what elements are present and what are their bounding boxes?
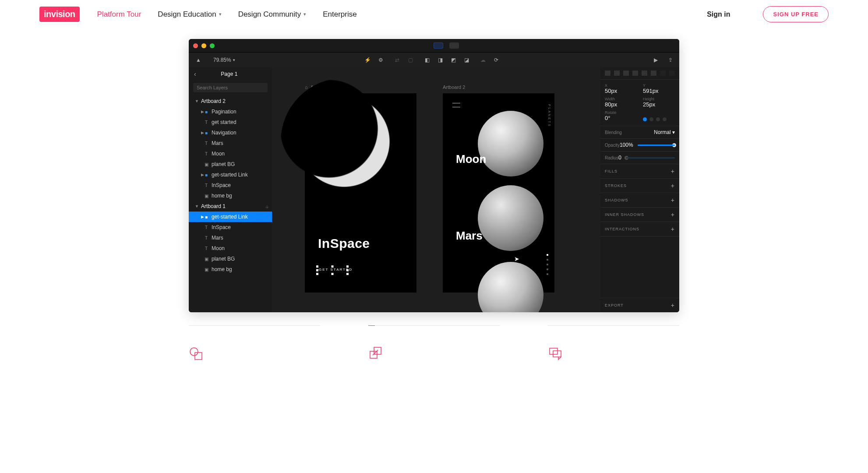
blending-row[interactable]: Blending Normal ▾ xyxy=(600,126,679,139)
layer-inspace[interactable]: TInSpace xyxy=(189,180,272,191)
mars-label: Mars xyxy=(456,229,483,243)
x-value[interactable]: 50px xyxy=(605,88,637,94)
section-label: FILLS xyxy=(605,169,617,173)
layer-artboard-1[interactable]: ▼Artboard 1⌂ xyxy=(189,201,272,212)
rotate-value[interactable]: 0° xyxy=(605,115,637,121)
bolt-icon[interactable]: ⚡ xyxy=(363,56,372,64)
link-icon[interactable]: ⇄ xyxy=(393,56,402,64)
field-key: X xyxy=(605,83,637,88)
layer-artboard-2[interactable]: ▼Artboard 2 xyxy=(189,96,272,106)
layer-moon-1[interactable]: TMoon xyxy=(189,243,272,254)
close-icon[interactable] xyxy=(193,43,198,48)
width-value[interactable]: 80px xyxy=(605,101,637,108)
nav-enterprise[interactable]: Enterprise xyxy=(323,10,356,19)
strokes-section[interactable]: STROKES+ xyxy=(600,179,679,193)
layer-mars[interactable]: TMars xyxy=(189,138,272,148)
plus-icon[interactable]: + xyxy=(671,182,675,189)
align-center-icon[interactable] xyxy=(614,71,620,76)
layer-planet-bg[interactable]: ▣planet BG xyxy=(189,159,272,169)
text-icon: T xyxy=(204,236,209,240)
crop-icon[interactable]: ▢ xyxy=(406,56,415,64)
gear-icon[interactable]: ⚙ xyxy=(376,56,385,64)
pointer-tool-icon[interactable]: ▲ xyxy=(194,56,203,64)
logo[interactable]: invision xyxy=(39,7,80,22)
opacity-row[interactable]: Opacity 100% xyxy=(600,139,679,152)
maximize-icon[interactable] xyxy=(210,43,215,48)
radius-slider[interactable] xyxy=(626,157,675,159)
align-left-icon[interactable] xyxy=(605,71,610,76)
sign-in-link[interactable]: Sign in xyxy=(707,11,730,18)
union-icon[interactable]: ◧ xyxy=(423,56,431,64)
intersect-icon[interactable]: ◩ xyxy=(449,56,458,64)
opacity-slider[interactable] xyxy=(638,145,675,146)
feature-3[interactable] xyxy=(548,325,679,362)
layer-get-started[interactable]: Tget started xyxy=(189,117,272,127)
layer-home-bg-1[interactable]: ▣home bg xyxy=(189,264,272,275)
feature-1[interactable] xyxy=(189,325,320,362)
page-title: Page 1 xyxy=(221,71,237,77)
inner-shadows-section[interactable]: INNER SHADOWS+ xyxy=(600,208,679,222)
shadows-section[interactable]: SHADOWS+ xyxy=(600,193,679,208)
minimize-icon[interactable] xyxy=(201,43,206,48)
play-icon[interactable]: ▶ xyxy=(651,56,660,64)
subtract-icon[interactable]: ◨ xyxy=(436,56,445,64)
logo-in: in xyxy=(44,9,51,19)
resize-icon xyxy=(368,346,383,360)
nav-platform-tour[interactable]: Platform Tour xyxy=(97,10,141,19)
height-value[interactable]: 25px xyxy=(643,101,675,108)
distribute-v-icon[interactable] xyxy=(669,71,675,76)
plus-icon[interactable]: + xyxy=(671,168,675,175)
layer-label: Navigation xyxy=(212,130,236,136)
refresh-icon[interactable]: ⟳ xyxy=(492,56,501,64)
traffic-lights xyxy=(193,43,215,48)
layer-gs-link-selected[interactable]: ▶■get-started Link xyxy=(189,212,272,222)
upload-icon[interactable]: ⇪ xyxy=(666,56,675,64)
fills-section[interactable]: FILLS+ xyxy=(600,164,679,179)
plus-icon[interactable]: + xyxy=(671,302,675,309)
search-layers-input[interactable] xyxy=(193,83,268,92)
layer-mars-1[interactable]: TMars xyxy=(189,233,272,243)
y-value[interactable]: 591px xyxy=(643,88,675,94)
text-icon: T xyxy=(204,141,209,146)
constraints-anchor[interactable] xyxy=(643,117,667,121)
radius-row[interactable]: Radius 0 xyxy=(600,152,679,164)
text-icon: T xyxy=(204,120,209,125)
canvas[interactable]: ⌂Artboard 1 InSpace GET STARTED Artboard… xyxy=(272,67,600,312)
align-middle-icon[interactable] xyxy=(642,71,647,76)
layer-navigation[interactable]: ▶■Navigation xyxy=(189,127,272,138)
plus-icon[interactable]: + xyxy=(671,226,675,233)
interactions-section[interactable]: INTERACTIONS+ xyxy=(600,222,679,236)
layer-moon[interactable]: TMoon xyxy=(189,148,272,159)
plus-icon[interactable]: + xyxy=(671,197,675,204)
plus-icon[interactable]: + xyxy=(671,211,675,218)
export-section[interactable]: EXPORT+ xyxy=(600,298,679,312)
field-key: Radius xyxy=(605,155,618,160)
layer-label: Moon xyxy=(212,151,225,157)
feature-2[interactable] xyxy=(368,325,500,362)
layer-planet-bg-1[interactable]: ▣planet BG xyxy=(189,254,272,264)
nav-design-community[interactable]: Design Community▾ xyxy=(238,10,307,19)
sign-up-button[interactable]: SIGN UP FREE xyxy=(763,6,829,22)
artboard-1[interactable]: ⌂Artboard 1 InSpace GET STARTED xyxy=(305,93,416,293)
layer-label: Pagination xyxy=(212,109,236,115)
align-top-icon[interactable] xyxy=(632,71,638,76)
artboard-2[interactable]: Artboard 2 PLANETS Moon Mars xyxy=(443,93,554,293)
layer-gs-link[interactable]: ▶■get-started Link xyxy=(189,169,272,180)
layer-inspace-1[interactable]: TInSpace xyxy=(189,222,272,233)
align-bottom-icon[interactable] xyxy=(651,71,656,76)
get-started-selection[interactable]: GET STARTED xyxy=(317,266,348,274)
nav-design-education[interactable]: Design Education▾ xyxy=(158,10,221,19)
back-button[interactable]: ‹ xyxy=(194,71,196,78)
distribute-h-icon[interactable] xyxy=(660,71,666,76)
layer-pagination[interactable]: ▶■Pagination xyxy=(189,106,272,117)
cloud-icon[interactable]: ☁ xyxy=(479,56,487,64)
difference-icon[interactable]: ◪ xyxy=(462,56,471,64)
layer-home-bg[interactable]: ▣home bg xyxy=(189,191,272,201)
view-mode-library-icon[interactable] xyxy=(449,42,459,49)
align-right-icon[interactable] xyxy=(623,71,629,76)
features-row xyxy=(189,325,679,362)
layer-label: home bg xyxy=(212,193,232,199)
zoom-dropdown[interactable]: 79.85% ▾ xyxy=(213,57,235,63)
text-icon: T xyxy=(204,183,209,188)
view-mode-layers-icon[interactable] xyxy=(434,42,443,49)
